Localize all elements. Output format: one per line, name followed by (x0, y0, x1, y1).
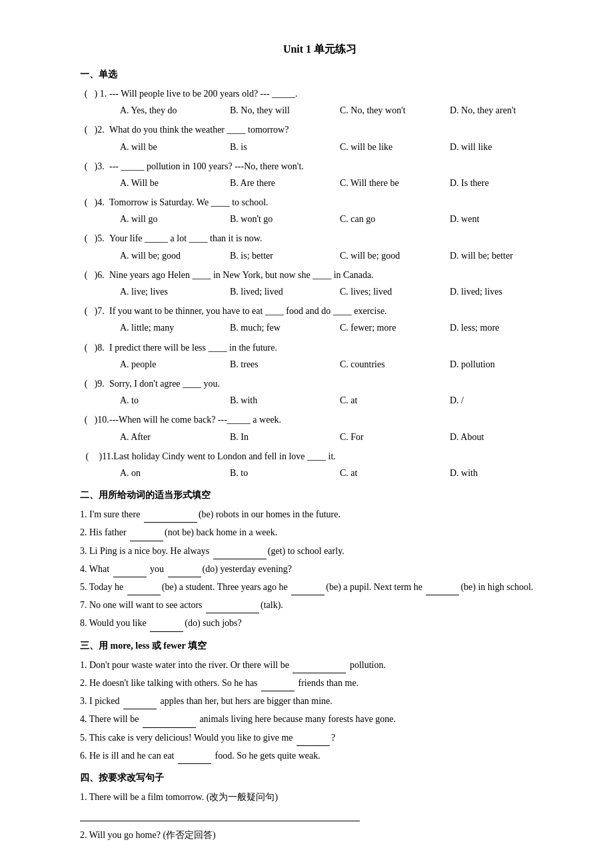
question-11: ( )11. Last holiday Cindy went to London… (80, 448, 560, 481)
q1-optD: D. No, they aren't (450, 102, 560, 119)
q1-num: ) 1. (92, 85, 109, 102)
q11-optD: D. with (450, 465, 560, 481)
q1-optB: B. No, they will (230, 102, 340, 119)
q11-options: A. on B. to C. at D. with (80, 465, 560, 481)
q3-paren: ( (80, 158, 92, 175)
section2-header: 二、用所给动词的适当形式填空 (80, 487, 560, 503)
q2-num: )2. (92, 121, 109, 138)
s2-q4-blank2 (168, 577, 201, 577)
q5-paren: ( (80, 230, 92, 247)
q6-options: A. live; lives B. lived; lived C. lives;… (80, 283, 560, 300)
s2-q4-blank1 (113, 577, 147, 577)
q8-paren: ( (80, 339, 92, 356)
q4-num: )4. (92, 194, 109, 211)
q7-optD: D. less; more (450, 319, 560, 336)
q10-num: )10. (92, 411, 109, 428)
q11-optC: C. at (340, 465, 450, 481)
q9-text: Sorry, I don't agree ____ you. (109, 375, 560, 392)
s2-q2-blank (130, 541, 163, 541)
q9-optC: C. at (340, 392, 450, 409)
q11-text: Last holiday Cindy went to London and fe… (113, 448, 560, 465)
q5-optB: B. is; better (230, 247, 340, 264)
q6-text: Nine years ago Helen ____ in New York, b… (109, 267, 560, 283)
s3-q6-blank (178, 763, 211, 764)
s3-q4-blank (143, 727, 196, 728)
q3-optD: D. Is there (450, 175, 560, 191)
q7-options: A. little; many B. much; few C. fewer; m… (80, 319, 560, 336)
s2-q8: 8. Would you like (do) such jobs? (80, 615, 560, 631)
q7-optC: C. fewer; more (340, 319, 450, 336)
q10-paren: ( (80, 411, 92, 428)
section1-header: 一、单选 (80, 66, 560, 83)
question-3: ( )3. --- _____ pollution in 100 years? … (80, 158, 560, 191)
q11-num: )11. (92, 448, 113, 465)
s2-q3-blank (213, 559, 267, 559)
q1-text: --- Will people live to be 200 years old… (109, 85, 560, 102)
q6-optD: D. lived; lives (450, 283, 560, 300)
q2-optC: C. will be like (340, 139, 450, 155)
question-6: ( )6. Nine years ago Helen ____ in New Y… (80, 267, 560, 300)
q10-optB: B. In (230, 429, 340, 445)
q10-text: ---When will he come back? ---_____ a we… (109, 411, 560, 428)
q4-options: A. will go B. won't go C. can go D. went (80, 211, 560, 227)
s3-q5-blank (297, 745, 330, 746)
q8-optD: D. pollution (450, 356, 560, 373)
q2-options: A. will be B. is C. will be like D. will… (80, 139, 560, 155)
s3-q2-blank (261, 691, 295, 691)
q9-options: A. to B. with C. at D. / (80, 392, 560, 409)
question-5: ( )5. Your life _____ a lot ____ than it… (80, 230, 560, 263)
s2-q8-blank (150, 631, 183, 632)
q3-optB: B. Are there (230, 175, 340, 191)
s4-q1-answer-line (80, 809, 360, 821)
q5-optA: A. will be; good (120, 247, 230, 264)
s3-q5: 5. This cake is very delicious! Would yo… (80, 729, 560, 746)
q4-optC: C. can go (340, 211, 450, 227)
q7-text: If you want to be thinner, you have to e… (109, 303, 560, 319)
q2-optA: A. will be (120, 139, 230, 155)
question-9: ( )9. Sorry, I don't agree ____ you. A. … (80, 375, 560, 409)
question-7: ( )7. If you want to be thinner, you hav… (80, 303, 560, 336)
q8-options: A. people B. trees C. countries D. pollu… (80, 356, 560, 373)
q7-num: )7. (92, 303, 109, 319)
q5-num: )5. (92, 230, 109, 247)
q10-optA: A. After (120, 429, 230, 445)
q1-options: A. Yes, they do B. No, they will C. No, … (80, 102, 560, 119)
question-2: ( )2. What do you think the weather ____… (80, 121, 560, 155)
q10-optD: D. About (450, 429, 560, 445)
q3-options: A. Will be B. Are there C. Will there be… (80, 175, 560, 191)
q3-optA: A. Will be (120, 175, 230, 191)
q11-optA: A. on (120, 465, 230, 481)
q9-optB: B. with (230, 392, 340, 409)
q4-optA: A. will go (120, 211, 230, 227)
q7-optA: A. little; many (120, 319, 230, 336)
q9-optA: A. to (120, 392, 230, 409)
q8-optB: B. trees (230, 356, 340, 373)
q6-optA: A. live; lives (120, 283, 230, 300)
s3-q4: 4. There will be animals living here bec… (80, 711, 560, 727)
s2-q1-blank (144, 522, 197, 523)
s2-q5-blank3 (426, 595, 459, 595)
q5-text: Your life _____ a lot ____ than it is no… (109, 230, 560, 247)
q7-optB: B. much; few (230, 319, 340, 336)
q2-paren: ( (80, 121, 92, 138)
s2-q1: 1. I'm sure there (be) robots in our hom… (80, 506, 560, 523)
section3-header: 三、用 more, less 或 fewer 填空 (80, 637, 560, 654)
q4-optD: D. went (450, 211, 560, 227)
s2-q5-blank1 (127, 595, 161, 595)
s3-q3: 3. I picked apples than her, but hers ar… (80, 693, 560, 709)
s2-q5: 5. Today he (be) a student. Three years … (80, 579, 560, 595)
q3-optC: C. Will there be (340, 175, 450, 191)
q9-paren: ( (80, 375, 92, 392)
s3-q1-blank (293, 673, 346, 673)
q7-paren: ( (80, 303, 92, 319)
q8-optA: A. people (120, 356, 230, 373)
q8-text: I predict there will be less ____ in the… (109, 339, 560, 356)
q2-optD: D. will like (450, 139, 560, 155)
q9-num: )9. (92, 375, 109, 392)
q10-options: A. After B. In C. For D. About (80, 429, 560, 445)
q4-paren: ( (80, 194, 92, 211)
q5-optD: D. will be; better (450, 247, 560, 264)
q3-text: --- _____ pollution in 100 years? ---No,… (109, 158, 560, 175)
page-title: Unit 1 单元练习 (80, 40, 560, 59)
q2-optB: B. is (230, 139, 340, 155)
